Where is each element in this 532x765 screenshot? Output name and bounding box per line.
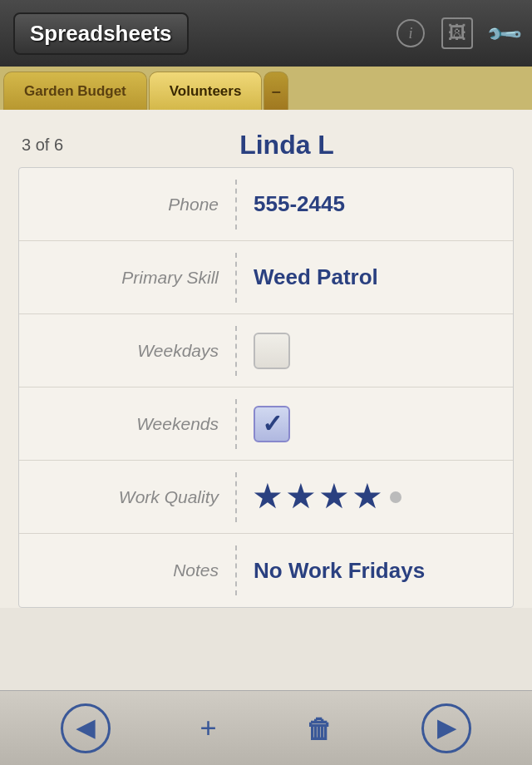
- phone-label: Phone: [19, 195, 235, 215]
- forward-icon: ▶: [437, 714, 456, 742]
- weekends-label: Weekends: [19, 414, 235, 434]
- row-divider: [235, 399, 237, 449]
- weekends-value: ✓: [254, 406, 513, 442]
- row-divider: [235, 545, 237, 595]
- tab-bar: Garden Budget Volunteers –: [0, 67, 532, 110]
- checkmark-icon: ✓: [262, 412, 283, 437]
- tab-volunteers[interactable]: Volunteers: [149, 72, 263, 110]
- table-row: Primary Skill Weed Patrol: [19, 241, 513, 314]
- star-3[interactable]: ★: [320, 480, 347, 515]
- record-name: Linda L: [63, 130, 510, 160]
- row-divider: [235, 326, 237, 376]
- row-divider: [235, 253, 237, 303]
- header: Spreadsheets i 🖼 🔧: [0, 0, 532, 67]
- work-quality-label: Work Quality: [19, 487, 235, 507]
- notes-label: Notes: [19, 560, 235, 580]
- weekdays-label: Weekdays: [19, 341, 235, 361]
- info-icon[interactable]: i: [397, 19, 425, 47]
- delete-button[interactable]: 🗑: [306, 711, 332, 746]
- table-row: Notes No Work Fridays: [19, 534, 513, 607]
- weekends-checkbox[interactable]: ✓: [254, 406, 290, 442]
- add-button[interactable]: +: [200, 711, 217, 746]
- star-1[interactable]: ★: [254, 480, 280, 515]
- table-row: Weekdays: [19, 314, 513, 387]
- primary-skill-label: Primary Skill: [19, 268, 235, 288]
- back-button[interactable]: ◀: [61, 703, 111, 753]
- weekdays-value: [254, 333, 513, 369]
- app-title: Spreadsheets: [30, 21, 172, 46]
- row-divider: [235, 472, 237, 522]
- work-quality-value: ★ ★ ★ ★: [254, 480, 513, 515]
- table-row: Weekends ✓: [19, 387, 513, 461]
- forward-button[interactable]: ▶: [421, 703, 471, 753]
- phone-value: 555-2445: [254, 191, 513, 217]
- tab-garden-budget[interactable]: Garden Budget: [3, 72, 147, 110]
- weekdays-checkbox[interactable]: [254, 333, 290, 369]
- app-title-box: Spreadsheets: [13, 12, 189, 55]
- record-counter: 3 of 6: [22, 136, 63, 155]
- table-row: Phone 555-2445: [19, 168, 513, 241]
- table-row: Work Quality ★ ★ ★ ★: [19, 461, 513, 534]
- record-nav: 3 of 6 Linda L: [13, 123, 519, 167]
- header-icons: i 🖼 🔧: [397, 17, 519, 49]
- bottom-toolbar: ◀ + 🗑 ▶: [0, 690, 532, 765]
- content-area: 3 of 6 Linda L Phone 555-2445 Primary Sk…: [0, 110, 532, 608]
- trash-icon: 🗑: [306, 714, 332, 744]
- stars-container: ★ ★ ★ ★: [254, 480, 505, 515]
- settings-icon[interactable]: 🔧: [484, 13, 524, 53]
- row-divider: [235, 180, 237, 230]
- data-table: Phone 555-2445 Primary Skill Weed Patrol…: [18, 167, 514, 608]
- add-icon: +: [200, 712, 217, 745]
- star-5-empty[interactable]: [390, 491, 401, 503]
- notes-value: No Work Fridays: [254, 558, 513, 584]
- tab-stub[interactable]: –: [264, 72, 288, 110]
- star-4[interactable]: ★: [353, 480, 380, 515]
- back-icon: ◀: [76, 714, 95, 742]
- image-icon[interactable]: 🖼: [441, 17, 473, 49]
- star-2[interactable]: ★: [287, 480, 313, 515]
- primary-skill-value: Weed Patrol: [254, 264, 513, 290]
